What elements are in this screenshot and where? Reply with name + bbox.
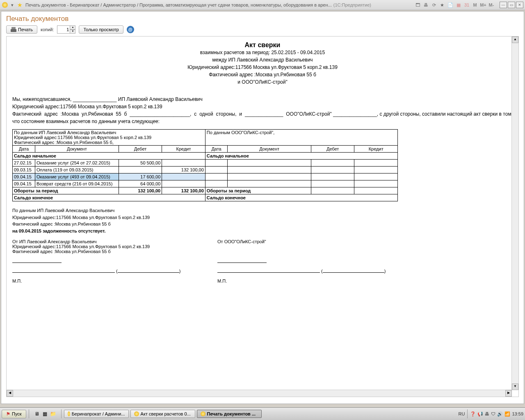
titlebar-tools: 🗔 🖶 ⟳ ★ 📄 ▦ 31 M M+ M- — ▭ ✕ — [414, 2, 523, 8]
signature-block: От ИП Лаевский Александр Васильевич Юрид… — [12, 239, 513, 283]
report-subtitle: взаимных расчетов за период: 25.02.2015 … — [12, 49, 513, 86]
table-row[interactable]: 09.03.15Оплата (119 от 09.03.2015)132 10… — [13, 167, 398, 173]
titlebar-icon[interactable]: 🗔 — [414, 2, 421, 8]
memory-mminus-icon[interactable]: M- — [488, 2, 495, 8]
tray-icon[interactable]: 📶 — [504, 411, 510, 417]
dropdown-icon[interactable]: ▾ — [9, 2, 16, 8]
favorite-icon[interactable]: ★ — [16, 2, 23, 8]
help-icon[interactable]: @ — [127, 26, 134, 33]
scroll-right-button[interactable]: ▶ — [505, 390, 512, 397]
titlebar-icon[interactable]: 📄 — [447, 2, 454, 8]
signature-right: От ООО"ОЛиКС-строй" () М.П. — [217, 239, 398, 283]
table-row-selected[interactable]: 09.04.15Оказание услуг (493 от 09.04.201… — [13, 173, 398, 180]
report-title: Акт сверки — [12, 41, 513, 49]
close-button[interactable]: ✕ — [516, 2, 523, 8]
ql-icon[interactable]: 📁 — [50, 410, 57, 418]
table-row[interactable]: 27.02.15Оказание услуг (254 от 27.02.201… — [13, 160, 398, 167]
app-1c-icon — [2, 2, 8, 8]
minimize-button[interactable]: — — [500, 2, 507, 8]
clock[interactable]: 13:59 — [512, 411, 523, 416]
spinner-down-button[interactable]: ▼ — [70, 30, 75, 34]
taskbar-tab[interactable]: Акт сверки расчетов 0... — [130, 410, 195, 418]
tray-icon[interactable]: 📢 — [477, 411, 483, 417]
toolbar: Печать копий: ▲ ▼ Только просмотр @ — [1, 25, 524, 36]
calendar-icon[interactable]: 31 — [463, 2, 470, 8]
taskbar: ⚑ Пуск 🖥 ▦ 📁 Беринапрокат / Админи... Ак… — [0, 407, 525, 420]
page-title: Печать документов — [1, 11, 524, 25]
vertical-scrollbar[interactable]: ▲ ▼ — [511, 37, 518, 390]
refresh-icon[interactable]: ⟳ — [431, 2, 437, 8]
lang-indicator[interactable]: RU — [459, 411, 465, 416]
tray-icon[interactable]: 🔊 — [497, 411, 503, 417]
preview-only-button[interactable]: Только просмотр — [79, 25, 123, 34]
taskbar-tab[interactable]: Беринапрокат / Админи... — [64, 410, 129, 418]
ql-icon[interactable]: 🖥 — [33, 410, 41, 418]
tray-icon[interactable]: 🖶 — [485, 411, 489, 416]
memory-mplus-icon[interactable]: M+ — [480, 2, 486, 8]
document-body: Акт сверки взаимных расчетов за период: … — [7, 37, 518, 287]
memory-m-icon[interactable]: M — [472, 2, 478, 8]
post-text: По данным ИП Лаевский Александр Васильев… — [12, 207, 513, 234]
start-button[interactable]: ⚑ Пуск — [2, 410, 26, 418]
ql-icon[interactable]: ▦ — [41, 410, 49, 418]
quick-launch: 🖥 ▦ 📁 — [32, 410, 59, 418]
window-titlebar: ▾ ★ Печать документов - Беринапрокат / А… — [0, 0, 525, 10]
print-button[interactable]: Печать — [6, 25, 37, 34]
maximize-button[interactable]: ▭ — [508, 2, 515, 8]
scroll-up-button[interactable]: ▲ — [512, 37, 518, 43]
calculator-icon[interactable]: ▦ — [455, 2, 462, 8]
printer-icon — [11, 27, 16, 32]
table-row[interactable]: 09.04.15Возврат средств (216 от 09.04.20… — [13, 180, 398, 187]
spinner-up-button[interactable]: ▲ — [70, 25, 75, 30]
main-panel: Печать документов Печать копий: ▲ ▼ Толь… — [1, 11, 524, 404]
scroll-down-button[interactable]: ▼ — [512, 383, 518, 390]
document-viewport: Акт сверки взаимных расчетов за период: … — [6, 36, 519, 397]
system-tray: RU ❓ 📢 🖶 🛡 🔊 📶 13:59 — [459, 409, 523, 418]
preamble-text: Мы, нижеподписавшиеся, ________________ … — [12, 96, 513, 125]
signature-left: От ИП Лаевский Александр Васильевич Юрид… — [12, 239, 193, 283]
print-button-label: Печать — [18, 27, 33, 32]
window-title: Печать документов - Беринапрокат / Админ… — [25, 2, 332, 7]
taskbar-tab-active[interactable]: Печать документов ... — [197, 410, 262, 418]
tray-icon[interactable]: 🛡 — [491, 411, 495, 416]
copies-label: копий: — [41, 27, 54, 32]
table-row: Обороты за период 132 100,00 132 100,00 … — [13, 187, 398, 194]
table-header-row: Дата Документ Дебет Кредит Дата Документ… — [13, 146, 398, 153]
tray-help-icon[interactable]: ❓ — [470, 411, 476, 417]
preview-only-label: Только просмотр — [83, 27, 119, 32]
window-subtitle: (1С:Предприятие) — [333, 2, 371, 7]
scroll-left-button[interactable]: ◀ — [7, 390, 13, 397]
copies-input[interactable] — [57, 25, 70, 34]
reconciliation-table: По данным ИП Лаевский Александр Васильев… — [12, 129, 398, 201]
horizontal-scrollbar[interactable]: ◀ ▶ — [7, 390, 512, 397]
print-icon[interactable]: 🖶 — [422, 2, 429, 8]
table-row: По данным ИП Лаевский Александр Васильев… — [13, 130, 398, 146]
titlebar-icon[interactable]: ★ — [439, 2, 445, 8]
table-row: Сальдо начальное Сальдо начальное — [13, 153, 398, 160]
table-row: Сальдо конечное Сальдо конечное — [13, 194, 398, 201]
